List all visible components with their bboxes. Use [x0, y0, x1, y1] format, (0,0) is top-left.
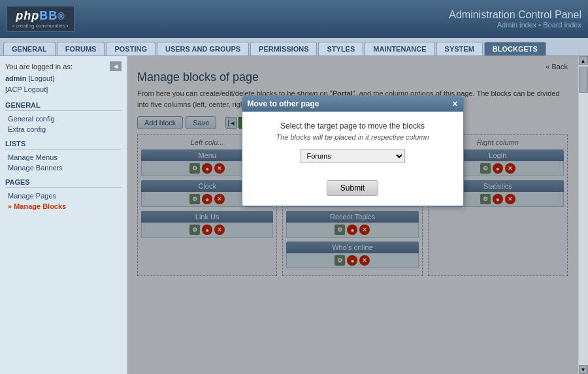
sidebar-manage-menus[interactable]: Manage Menus: [5, 152, 122, 163]
tab-general[interactable]: GENERAL: [3, 42, 56, 55]
sidebar-user-info: You are logged in as: admin [Logout] [AC…: [5, 61, 122, 96]
tab-blockgets[interactable]: BLOCKGETS: [484, 42, 546, 55]
board-index-link[interactable]: Board index: [543, 21, 581, 29]
modal-body-subtitle: The blocks will be placed in it respecti…: [252, 133, 453, 141]
scroll-up-button[interactable]: ▲: [579, 56, 588, 65]
modal-select-wrapper: Forums Portal Home: [252, 149, 453, 171]
scroll-down-button[interactable]: ▼: [579, 365, 588, 374]
logout-link[interactable]: Logout: [31, 74, 53, 82]
modal-overlay: Move to other page × Select the target p…: [127, 56, 578, 374]
sidebar-manage-pages[interactable]: Manage Pages: [5, 191, 122, 201]
sidebar-section-general: GENERAL: [5, 101, 122, 111]
tab-permissions[interactable]: PERMISSIONS: [250, 42, 317, 55]
logo-area: phpBB® • creating communities •: [0, 6, 74, 32]
modal-title: Move to other page: [248, 99, 319, 108]
admin-index-link[interactable]: Admin index: [497, 21, 537, 29]
sidebar-toggle[interactable]: ◄: [110, 61, 122, 71]
logged-in-label: You are logged in as:: [5, 63, 73, 70]
tab-forums[interactable]: FORUMS: [57, 42, 105, 55]
header-title-area: Administration Control Panel Admin index…: [449, 9, 581, 29]
scroll-track: [579, 65, 588, 365]
sidebar-general-config[interactable]: General config: [5, 114, 122, 124]
main-layout: ◄ You are logged in as: admin [Logout] […: [0, 56, 588, 374]
modal-body-title: Select the target page to move the block…: [252, 121, 453, 131]
modal-body: Select the target page to move the block…: [242, 112, 463, 206]
acp-logout-link[interactable]: ACP Logout: [7, 86, 46, 93]
sidebar-extra-config[interactable]: Extra config: [5, 124, 122, 134]
sidebar-section-pages: PAGES: [5, 178, 122, 188]
tab-styles[interactable]: STYLES: [318, 42, 363, 55]
tab-posting[interactable]: POSTING: [106, 42, 155, 55]
move-page-modal: Move to other page × Select the target p…: [242, 95, 464, 206]
scrollbar: ▲ ▼: [578, 56, 588, 374]
modal-close-button[interactable]: ×: [452, 99, 457, 108]
sidebar: ◄ You are logged in as: admin [Logout] […: [0, 56, 127, 374]
header-links: Admin index • Board index: [449, 21, 581, 29]
sidebar-manage-banners[interactable]: Manage Banners: [5, 163, 122, 173]
sidebar-section-lists: LISTS: [5, 140, 122, 149]
logo-sub: • creating communities •: [12, 23, 69, 29]
logo-text: phpBB®: [16, 9, 65, 23]
logo-box: phpBB® • creating communities •: [7, 6, 74, 32]
tab-maintenance[interactable]: MAINTENANCE: [365, 42, 434, 55]
content-area: « Back Manage blocks of page From here y…: [127, 56, 578, 374]
username-link[interactable]: admin: [5, 74, 26, 82]
header: phpBB® • creating communities • Administ…: [0, 0, 588, 38]
header-title: Administration Control Panel: [449, 9, 581, 21]
modal-header: Move to other page ×: [242, 96, 463, 112]
page-select[interactable]: Forums Portal Home: [301, 149, 405, 163]
sidebar-manage-blocks[interactable]: »Manage Blocks: [5, 201, 122, 211]
nav-tabs: GENERAL FORUMS POSTING USERS AND GROUPS …: [0, 38, 588, 56]
modal-submit-button[interactable]: Submit: [327, 180, 378, 196]
scroll-thumb[interactable]: [579, 67, 588, 93]
tab-users-groups[interactable]: USERS AND GROUPS: [157, 42, 249, 55]
tab-system[interactable]: SYSTEM: [436, 42, 483, 55]
